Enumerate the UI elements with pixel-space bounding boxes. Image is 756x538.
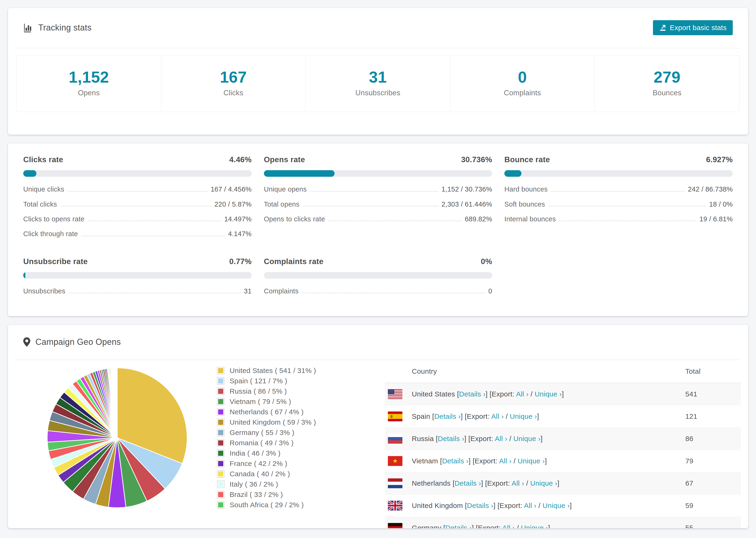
geo-table-header: CountryTotal — [385, 360, 741, 383]
country-cell: United States [Details ›] [Export: All ›… — [412, 390, 564, 398]
germany-flag-icon — [388, 523, 403, 528]
detail-row: Click through rate4.147% — [23, 227, 252, 241]
legend-item[interactable]: Netherlands ( 67 / 4% ) — [217, 408, 358, 416]
details-link[interactable]: Details › — [455, 479, 481, 487]
rate-value: 0.77% — [229, 257, 252, 266]
link-separator: / — [504, 412, 510, 420]
legend-item[interactable]: United States ( 541 / 31% ) — [217, 367, 358, 375]
geo-table-row-nl: Netherlands [Details ›] [Export: All › /… — [385, 472, 741, 495]
dotted-leader — [68, 191, 207, 191]
dotted-leader — [60, 206, 211, 206]
country-cell: Germany [Details ›] [Export: All › / Uni… — [412, 524, 550, 528]
export-all-link[interactable]: All › — [495, 435, 507, 443]
legend-label: India ( 46 / 3% ) — [230, 449, 281, 457]
dotted-leader — [69, 293, 241, 293]
legend-item[interactable]: South Africa ( 29 / 2% ) — [217, 501, 358, 509]
export-basic-stats-button[interactable]: Export basic stats — [653, 20, 733, 35]
legend-color-swatch — [217, 450, 225, 457]
detail-value: 0 — [488, 287, 492, 295]
detail-label: Total clicks — [23, 200, 57, 208]
details-link[interactable]: Details › — [467, 502, 494, 510]
legend-label: South Africa ( 29 / 2% ) — [230, 501, 304, 509]
export-all-link[interactable]: All › — [503, 524, 515, 528]
details-link[interactable]: Details › — [442, 457, 469, 465]
legend-item[interactable]: Romania ( 49 / 3% ) — [217, 439, 358, 447]
details-link[interactable]: Details › — [438, 435, 464, 443]
rate-title: Bounce rate — [504, 155, 550, 164]
rates-card: Clicks rate4.46%Unique clicks167 / 4.456… — [8, 143, 748, 316]
legend-item[interactable]: Spain ( 121 / 7% ) — [217, 377, 358, 385]
detail-label: Unsubscribes — [23, 287, 65, 295]
export-unique-link[interactable]: Unique › — [543, 502, 570, 510]
rate-section-clicks-rate: Clicks rate4.46%Unique clicks167 / 4.456… — [23, 155, 252, 241]
legend-item[interactable]: Germany ( 55 / 3% ) — [217, 429, 358, 437]
stat-value: 279 — [595, 69, 739, 85]
spain-flag-icon — [388, 411, 403, 421]
legend-item[interactable]: Brazil ( 33 / 2% ) — [217, 491, 358, 499]
legend-color-swatch — [217, 460, 225, 467]
detail-row: Unique opens1,152 / 30.736% — [264, 182, 492, 197]
stat-value: 0 — [450, 69, 595, 85]
export-unique-link[interactable]: Unique › — [535, 390, 562, 398]
detail-label: Total opens — [264, 200, 299, 208]
export-all-link[interactable]: All › — [499, 457, 512, 465]
detail-label: Click through rate — [23, 230, 78, 238]
legend-label: Italy ( 36 / 2% ) — [230, 480, 278, 488]
export-all-link[interactable]: All › — [512, 479, 524, 487]
legend-item[interactable]: Russia ( 86 / 5% ) — [217, 387, 358, 395]
export-unique-link[interactable]: Unique › — [513, 435, 541, 443]
details-link[interactable]: Details › — [459, 390, 486, 398]
detail-row: Soft bounces18 / 0% — [504, 197, 733, 212]
legend-item[interactable]: Italy ( 36 / 2% ) — [217, 480, 358, 488]
link-separator: / — [515, 524, 521, 528]
legend-label: Vietnam ( 79 / 5% ) — [230, 398, 291, 405]
legend-color-swatch — [217, 377, 225, 385]
legend-item[interactable]: Vietnam ( 79 / 5% ) — [217, 398, 358, 405]
export-all-link[interactable]: All › — [524, 502, 536, 510]
geo-title-text: Campaign Geo Opens — [35, 337, 121, 347]
export-all-link[interactable]: All › — [516, 390, 528, 398]
export-unique-link[interactable]: Unique › — [510, 412, 537, 420]
close-bracket: ] — [570, 502, 572, 510]
legend-label: Spain ( 121 / 7% ) — [230, 377, 287, 385]
tracking-stats-card: Tracking stats Export basic stats 1,152O… — [8, 8, 748, 135]
legend-label: Romania ( 49 / 3% ) — [230, 439, 294, 447]
country-name: Spain [ — [412, 412, 434, 420]
legend-item[interactable]: Canada ( 40 / 2% ) — [217, 470, 358, 478]
legend-item[interactable]: United Kingdom ( 59 / 3% ) — [217, 418, 358, 426]
export-all-link[interactable]: All › — [491, 412, 504, 420]
details-link[interactable]: Details › — [445, 524, 472, 528]
legend-label: Netherlands ( 67 / 4% ) — [230, 408, 303, 416]
legend-color-swatch — [217, 367, 225, 374]
stat-label: Clicks — [161, 89, 306, 97]
detail-label: Opens to clicks rate — [264, 215, 325, 223]
summary-stats-row: 1,152Opens167Clicks31Unsubscribes0Compla… — [17, 55, 739, 112]
tracking-stats-title-text: Tracking stats — [38, 23, 91, 32]
legend-label: United States ( 541 / 31% ) — [230, 367, 316, 375]
export-unique-link[interactable]: Unique › — [521, 524, 548, 528]
country-cell: Netherlands [Details ›] [Export: All › /… — [412, 479, 560, 487]
legend-color-swatch — [217, 439, 225, 447]
detail-value: 4.147% — [228, 230, 251, 238]
rate-value: 6.927% — [706, 155, 733, 164]
export-unique-link[interactable]: Unique › — [518, 457, 545, 465]
export-unique-link[interactable]: Unique › — [530, 479, 557, 487]
legend-color-swatch — [217, 470, 225, 478]
legend-item[interactable]: India ( 46 / 3% ) — [217, 449, 358, 457]
legend-item[interactable]: France ( 42 / 2% ) — [217, 459, 358, 467]
stat-value: 1,152 — [17, 69, 161, 85]
country-name: Netherlands [ — [412, 479, 455, 487]
country-name: Germany [ — [412, 524, 445, 528]
russia-flag-icon — [388, 434, 403, 444]
stat-cell-clicks: 167Clicks — [161, 56, 306, 112]
rate-section-bounce-rate: Bounce rate6.927%Hard bounces242 / 86.73… — [504, 155, 733, 241]
rates-grid: Clicks rate4.46%Unique clicks167 / 4.456… — [23, 155, 733, 298]
stat-cell-complaints: 0Complaints — [450, 56, 595, 112]
united-states-flag-icon — [388, 389, 403, 399]
stat-label: Unsubscribes — [306, 89, 450, 97]
country-cell: Russia [Details ›] [Export: All › / Uniq… — [412, 435, 543, 443]
rate-title: Complaints rate — [264, 257, 324, 266]
geo-header: Campaign Geo Opens — [8, 325, 748, 347]
details-link[interactable]: Details › — [434, 412, 461, 420]
rate-section-unsubscribe-rate: Unsubscribe rate0.77%Unsubscribes31 — [23, 257, 252, 298]
